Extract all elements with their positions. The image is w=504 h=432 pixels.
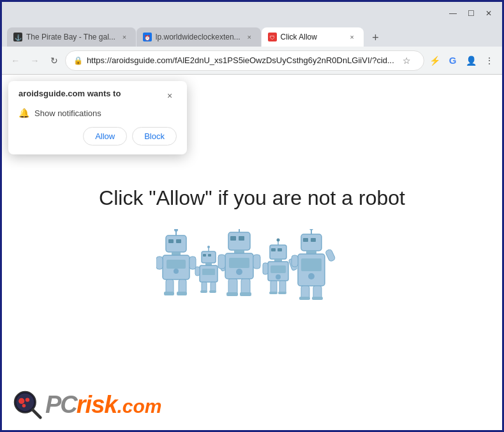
popup-header: aroidsguide.com wants to × xyxy=(19,89,177,103)
tabs-bar: ⚓ The Pirate Bay - The gal... × ⏰ lp.wor… xyxy=(2,25,502,47)
svg-rect-45 xyxy=(253,255,260,269)
close-button[interactable]: ✕ xyxy=(480,5,497,22)
pcrisk-text-container: PCrisk.com xyxy=(45,391,161,419)
new-tab-button[interactable]: + xyxy=(367,29,385,47)
svg-rect-29 xyxy=(195,267,200,276)
robots-svg xyxy=(156,229,348,318)
svg-rect-72 xyxy=(301,258,322,271)
title-bar: — ☐ ✕ xyxy=(2,2,502,25)
svg-rect-78 xyxy=(299,297,310,300)
refresh-button[interactable]: ↻ xyxy=(46,51,63,70)
address-box[interactable]: 🔒 https://aroidsguide.com/fAlE2dnU_xs1PS… xyxy=(65,50,424,71)
extensions-icon: ⚡ xyxy=(429,56,440,66)
browser-content: aroidsguide.com wants to × 🔔 Show notifi… xyxy=(2,75,502,430)
forward-button[interactable]: → xyxy=(26,51,43,70)
tab-close-2[interactable]: × xyxy=(244,32,255,42)
google-icon: G xyxy=(449,55,457,66)
svg-rect-74 xyxy=(292,255,298,267)
svg-text:⚓: ⚓ xyxy=(15,34,22,41)
svg-rect-21 xyxy=(202,251,216,263)
tab-label-3: Click Allow xyxy=(281,33,343,41)
svg-rect-16 xyxy=(189,257,196,269)
svg-rect-35 xyxy=(228,232,250,250)
allow-button[interactable]: Allow xyxy=(83,127,127,145)
svg-rect-65 xyxy=(301,234,322,251)
svg-rect-44 xyxy=(218,255,225,269)
block-button[interactable]: Block xyxy=(132,127,177,145)
pcrisk-domain-text: .com xyxy=(117,396,161,417)
svg-rect-48 xyxy=(226,292,238,296)
svg-point-14 xyxy=(174,269,179,274)
bookmark-button[interactable]: ☆ xyxy=(398,52,416,70)
popup-notification-text: Show notifications xyxy=(34,108,101,118)
svg-rect-64 xyxy=(278,292,286,294)
tab-close-3[interactable]: × xyxy=(347,32,357,42)
svg-rect-57 xyxy=(271,265,286,273)
svg-rect-42 xyxy=(229,258,249,268)
address-actions: ☆ xyxy=(398,52,416,70)
svg-rect-20 xyxy=(177,292,187,295)
back-icon: ← xyxy=(11,56,20,66)
svg-text:⏰: ⏰ xyxy=(144,34,151,41)
svg-rect-63 xyxy=(269,292,278,294)
google-button[interactable]: G xyxy=(445,52,461,70)
svg-rect-7 xyxy=(168,239,174,243)
main-page-text: Click "Allow" if you are not a robot xyxy=(99,186,405,210)
svg-point-83 xyxy=(26,398,29,401)
svg-point-10 xyxy=(174,229,178,232)
extensions-button[interactable]: ⚡ xyxy=(427,52,443,70)
tab-close-1[interactable]: × xyxy=(119,32,130,42)
svg-rect-51 xyxy=(271,248,276,251)
svg-point-25 xyxy=(207,246,210,248)
tab-favicon-2: ⏰ xyxy=(143,33,152,41)
notification-popup: aroidsguide.com wants to × 🔔 Show notifi… xyxy=(8,81,187,154)
pcrisk-pc-text: PC xyxy=(45,391,77,418)
pcrisk-risk-text: risk xyxy=(77,391,117,418)
svg-rect-67 xyxy=(311,238,316,242)
svg-rect-47 xyxy=(241,279,250,294)
menu-button[interactable]: ⋮ xyxy=(481,52,497,70)
svg-rect-23 xyxy=(208,254,211,257)
browser-frame: — ☐ ✕ ⚓ The Pirate Bay - The gal... × ⏰ xyxy=(2,2,502,430)
svg-rect-49 xyxy=(240,292,251,296)
menu-icon: ⋮ xyxy=(485,56,494,66)
svg-point-73 xyxy=(308,273,315,279)
svg-rect-34 xyxy=(209,290,216,293)
svg-rect-50 xyxy=(270,245,286,259)
svg-point-69 xyxy=(309,229,313,230)
svg-rect-79 xyxy=(312,297,323,300)
address-bar-row: ← → ↻ 🔒 https://aroidsguide.com/fAlE2dnU… xyxy=(2,47,502,75)
tab-clock-ext[interactable]: ⏰ lp.worldwideclockexten... × xyxy=(137,27,261,47)
minimize-button[interactable]: — xyxy=(445,5,461,22)
svg-rect-15 xyxy=(156,257,163,269)
profile-icon: 👤 xyxy=(466,56,477,66)
popup-notification-row: 🔔 Show notifications xyxy=(19,108,177,118)
tab-favicon-1: ⚓ xyxy=(13,33,22,41)
tab-label-2: lp.worldwideclockexten... xyxy=(156,33,241,41)
svg-rect-17 xyxy=(166,279,174,294)
svg-point-58 xyxy=(276,274,281,279)
svg-rect-19 xyxy=(164,292,174,295)
url-text: https://aroidsguide.com/fAlE2dnU_xs1PS5i… xyxy=(87,56,394,65)
maximize-button[interactable]: ☐ xyxy=(463,5,479,22)
svg-rect-6 xyxy=(166,235,186,252)
svg-rect-22 xyxy=(203,254,206,257)
tab-pirate-bay[interactable]: ⚓ The Pirate Bay - The gal... × xyxy=(7,27,136,47)
svg-rect-52 xyxy=(278,248,282,251)
svg-rect-13 xyxy=(167,260,186,269)
svg-rect-37 xyxy=(239,236,244,241)
tab-click-allow[interactable]: 🛡 Click Allow × xyxy=(262,27,364,47)
svg-point-43 xyxy=(236,269,242,275)
svg-text:🛡: 🛡 xyxy=(270,35,275,41)
back-button[interactable]: ← xyxy=(7,51,24,70)
profile-button[interactable]: 👤 xyxy=(463,52,479,70)
svg-point-54 xyxy=(277,239,280,242)
bell-icon: 🔔 xyxy=(19,108,29,118)
pcrisk-logo: PCrisk.com xyxy=(12,389,161,420)
svg-rect-75 xyxy=(325,249,336,262)
svg-rect-59 xyxy=(263,263,268,274)
popup-close-button[interactable]: × xyxy=(163,89,177,103)
tab-label-1: The Pirate Bay - The gal... xyxy=(26,33,115,41)
forward-icon: → xyxy=(30,56,39,66)
svg-rect-18 xyxy=(179,279,186,294)
